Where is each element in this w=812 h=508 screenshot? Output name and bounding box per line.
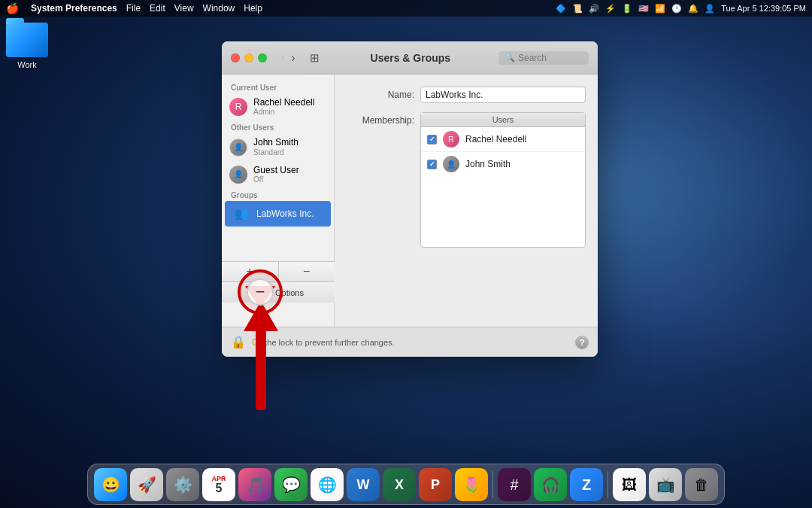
dock-finder[interactable]: 😀 bbox=[94, 468, 127, 501]
dock-airplay[interactable]: 📺 bbox=[649, 468, 682, 501]
window-titlebar: ‹ › ⊞ Users & Groups 🔍 bbox=[222, 41, 598, 75]
maximize-button[interactable] bbox=[258, 53, 267, 62]
sidebar-item-john[interactable]: 👤 John Smith Standard bbox=[222, 133, 334, 160]
desktop-folder-work[interactable]: Work bbox=[6, 23, 48, 69]
checkbox-john[interactable] bbox=[427, 160, 437, 169]
menubar: 🍎 System Preferences File Edit View Wind… bbox=[0, 0, 812, 17]
back-button[interactable]: ‹ bbox=[279, 51, 287, 65]
dock-separator-2 bbox=[607, 471, 608, 498]
remove-user-button[interactable]: − bbox=[279, 262, 335, 281]
menubar-battery-icon: 🔋 bbox=[622, 4, 632, 14]
menubar-view[interactable]: View bbox=[174, 3, 194, 14]
dock-ppt[interactable]: P bbox=[419, 468, 452, 501]
avatar-labworks: 👥 bbox=[232, 205, 250, 223]
sidebar-item-labworks[interactable]: 👥 LabWorks Inc. bbox=[225, 201, 331, 227]
folder-icon bbox=[6, 23, 48, 57]
menubar-right: 🔷 📜 🔊 ⚡ 🔋 🇺🇸 📶 🕐 🔔 👤 Tue Apr 5 12:39:05 … bbox=[556, 4, 806, 14]
dock-separator bbox=[492, 471, 493, 498]
dock-messages[interactable]: 💬 bbox=[274, 468, 308, 501]
dock-photos[interactable]: 🌷 bbox=[455, 468, 488, 501]
close-button[interactable] bbox=[231, 53, 240, 62]
user-name-john: John Smith bbox=[253, 137, 298, 148]
menubar-left: 🍎 System Preferences File Edit View Wind… bbox=[6, 2, 262, 14]
membership-box: Users R Rachel Needell bbox=[420, 112, 586, 248]
checkbox-rachel[interactable] bbox=[427, 135, 437, 144]
menubar-notif-icon: 🔔 bbox=[688, 4, 698, 14]
main-content: Name: LabWorks Inc. Membership: Users R bbox=[335, 75, 598, 327]
name-field-row: Name: LabWorks Inc. bbox=[347, 87, 586, 103]
dock: 😀 🚀 ⚙️ APR5 🎵 💬 🌐 W X P 🌷 bbox=[87, 464, 725, 505]
sidebar-item-rachel[interactable]: R Rachel Needell Admin bbox=[222, 93, 334, 120]
search-box[interactable]: 🔍 bbox=[498, 51, 589, 65]
menubar-help[interactable]: Help bbox=[244, 3, 262, 14]
user-role-rachel: Admin bbox=[253, 108, 314, 117]
name-label: Name: bbox=[347, 90, 414, 100]
member-name-rachel: Rachel Needell bbox=[465, 134, 526, 144]
name-value[interactable]: LabWorks Inc. bbox=[420, 87, 586, 103]
grid-button[interactable]: ⊞ bbox=[307, 51, 323, 65]
dock-launchpad[interactable]: 🚀 bbox=[130, 468, 163, 501]
menubar-script-icon: 📜 bbox=[572, 4, 583, 14]
menubar-window[interactable]: Window bbox=[203, 3, 235, 14]
member-row-rachel[interactable]: R Rachel Needell bbox=[421, 127, 585, 152]
window-title: Users & Groups bbox=[329, 52, 492, 64]
dock-chrome[interactable]: 🌐 bbox=[311, 468, 344, 501]
member-avatar-rachel: R bbox=[443, 131, 459, 148]
dock-preview[interactable]: 🖼 bbox=[613, 468, 646, 501]
menubar-dropbox-icon: 🔷 bbox=[556, 4, 566, 14]
menubar-clock-icon: 🕐 bbox=[671, 4, 682, 14]
user-role-john: Standard bbox=[253, 148, 298, 157]
member-avatar-john: 👤 bbox=[443, 156, 459, 172]
menubar-edit[interactable]: Edit bbox=[150, 3, 165, 14]
dock-slack[interactable]: # bbox=[498, 468, 531, 501]
login-options-button[interactable]: Login Options bbox=[222, 281, 335, 303]
groups-label: Groups bbox=[222, 188, 334, 201]
search-input[interactable] bbox=[518, 53, 578, 63]
menubar-datetime: Tue Apr 5 12:39:05 PM bbox=[721, 4, 806, 13]
user-info-guest: Guest User Off bbox=[253, 165, 299, 184]
avatar-rachel: R bbox=[229, 98, 247, 116]
user-name-rachel: Rachel Needell bbox=[253, 97, 314, 108]
membership-label: Membership: bbox=[347, 112, 414, 126]
footer-text: Ck the lock to prevent further changes. bbox=[252, 337, 569, 348]
avatar-guest: 👤 bbox=[229, 166, 247, 184]
menubar-app-name[interactable]: System Preferences bbox=[31, 3, 117, 14]
desktop: Work 🍎 System Preferences File Edit View… bbox=[0, 0, 812, 508]
menubar-flag-icon: 🇺🇸 bbox=[638, 4, 649, 14]
member-row-john[interactable]: 👤 John Smith bbox=[421, 152, 585, 176]
user-info-labworks: LabWorks Inc. bbox=[256, 208, 314, 219]
help-button[interactable]: ? bbox=[575, 336, 589, 349]
window-footer: 🔒 Ck the lock to prevent further changes… bbox=[222, 327, 598, 357]
menubar-bluetooth-icon: ⚡ bbox=[605, 4, 616, 14]
user-role-guest: Off bbox=[253, 175, 299, 184]
dock-word[interactable]: W bbox=[347, 468, 380, 501]
current-user-label: Current User bbox=[222, 81, 334, 93]
apple-menu[interactable]: 🍎 bbox=[6, 2, 19, 14]
sidebar-item-guest[interactable]: 👤 Guest User Off bbox=[222, 161, 334, 188]
membership-header: Users bbox=[421, 113, 585, 127]
user-name-guest: Guest User bbox=[253, 165, 299, 175]
dock-spotify[interactable]: 🎧 bbox=[534, 468, 567, 501]
menubar-user-icon: 👤 bbox=[704, 4, 715, 14]
dock-sysprefs[interactable]: ⚙️ bbox=[166, 468, 199, 501]
menubar-file[interactable]: File bbox=[126, 3, 141, 14]
lock-letter: C bbox=[252, 337, 259, 348]
membership-field-row: Membership: Users R Rachel Needell bbox=[347, 112, 586, 248]
sidebar: Current User R Rachel Needell Admin Othe… bbox=[222, 75, 335, 327]
dock-zoom[interactable]: Z bbox=[570, 468, 603, 501]
folder-label: Work bbox=[17, 60, 36, 69]
minimize-button[interactable] bbox=[244, 53, 253, 62]
dock-trash[interactable]: 🗑 bbox=[685, 468, 718, 501]
avatar-john: 👤 bbox=[229, 138, 247, 157]
user-info-rachel: Rachel Needell Admin bbox=[253, 97, 314, 117]
window-body: Current User R Rachel Needell Admin Othe… bbox=[222, 75, 598, 327]
other-users-label: Other Users bbox=[222, 120, 334, 133]
dock-itunes[interactable]: 🎵 bbox=[238, 468, 271, 501]
forward-button[interactable]: › bbox=[289, 51, 297, 65]
add-user-button[interactable]: + bbox=[222, 262, 279, 281]
lock-icon[interactable]: 🔒 bbox=[231, 335, 246, 349]
dock-excel[interactable]: X bbox=[383, 468, 416, 501]
dock-calendar[interactable]: APR5 bbox=[202, 468, 235, 501]
search-icon: 🔍 bbox=[504, 53, 515, 62]
users-groups-window: ‹ › ⊞ Users & Groups 🔍 Current User R bbox=[222, 41, 598, 357]
